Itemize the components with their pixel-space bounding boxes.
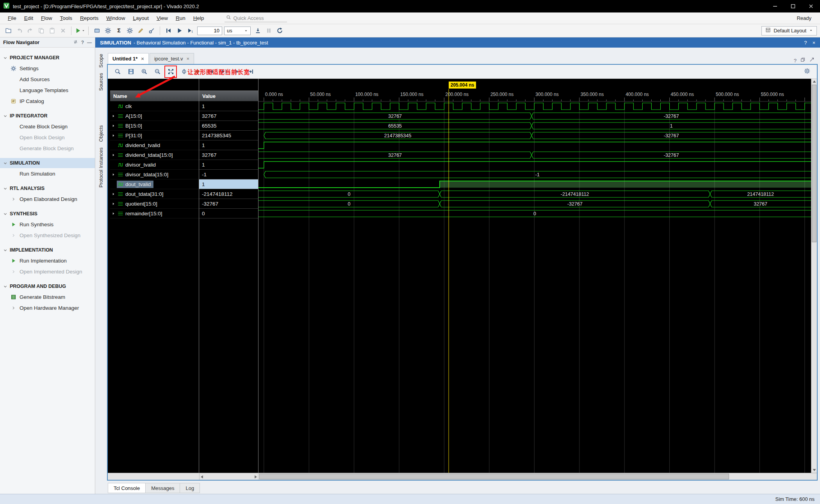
zoom-fit-button[interactable] <box>166 67 176 77</box>
paste-button[interactable] <box>47 26 57 36</box>
signal-value-dout-tdata-31-0[interactable]: -2147418112 <box>199 189 258 199</box>
scroll-right-icon[interactable] <box>254 473 257 480</box>
flow-item-generate-block-design[interactable]: Generate Block Design <box>0 143 95 154</box>
flow-item-create-block-design[interactable]: Create Block Design <box>0 121 95 132</box>
open-file-button[interactable] <box>3 26 13 36</box>
report-button[interactable]: Σ <box>114 26 124 36</box>
flow-item-run-simulation[interactable]: Run Simulation <box>0 168 95 179</box>
flow-item-open-elaborated-design[interactable]: Open Elaborated Design <box>0 193 95 204</box>
menu-window[interactable]: Window <box>102 15 129 21</box>
help-icon[interactable]: ? <box>81 40 84 45</box>
redo-button[interactable] <box>25 26 35 36</box>
signal-row-divisor-tdata-15-0[interactable]: divisor_tdata[15:0] <box>110 170 199 179</box>
probe-button[interactable] <box>146 26 157 36</box>
scroll-down-icon[interactable] <box>811 467 817 473</box>
horizontal-scrollbar-thumb[interactable] <box>259 474 729 479</box>
signal-value-divisor-tvalid[interactable]: 1 <box>199 160 258 170</box>
flow-item-generate-bitstream[interactable]: Generate Bitstream <box>0 291 95 302</box>
signal-value-clk[interactable]: 1 <box>199 101 258 111</box>
flow-item-add-sources[interactable]: Add Sources <box>0 74 95 85</box>
signal-row-a-15-0[interactable]: A[15:0] <box>110 111 199 121</box>
menu-flow[interactable]: Flow <box>37 15 56 21</box>
signal-value-dout-tvalid[interactable]: 1 <box>199 179 258 189</box>
restart-simulation-button[interactable] <box>163 26 173 36</box>
flow-item-ip-catalog[interactable]: IPIP Catalog <box>0 96 95 106</box>
signal-row-clk[interactable]: clk <box>110 101 199 111</box>
editor-tab-untitled-1[interactable]: Untitled 1*× <box>108 53 149 64</box>
simulation-time-input[interactable] <box>197 27 222 35</box>
break-button[interactable] <box>264 26 274 36</box>
signal-row-divisor-tvalid[interactable]: divisor_tvalid <box>110 160 199 170</box>
find-button[interactable] <box>112 67 123 77</box>
signal-row-p-31-0[interactable]: P[31:0] <box>110 131 199 140</box>
wave-plot-area[interactable]: 0.000 ns50.000 ns100.000 ns150.000 ns200… <box>258 79 811 473</box>
next-transition-button[interactable] <box>219 67 229 77</box>
menu-reports[interactable]: Reports <box>76 15 102 21</box>
signal-value-a-15-0[interactable]: 32767 <box>199 111 258 121</box>
flow-section-simulation[interactable]: SIMULATION <box>0 158 95 168</box>
menu-help[interactable]: Help <box>189 15 208 21</box>
signal-row-dout-tdata-31-0[interactable]: dout_tdata[31:0] <box>110 189 199 199</box>
flow-item-open-hardware-manager[interactable]: Open Hardware Manager <box>0 302 95 313</box>
signal-row-dout-tvalid[interactable]: dout_tvalid <box>110 179 199 189</box>
open-board-button[interactable] <box>92 26 102 36</box>
flow-section-program-and-debug[interactable]: PROGRAM AND DEBUG <box>0 281 95 291</box>
menu-layout[interactable]: Layout <box>129 15 153 21</box>
run-all-button[interactable] <box>174 26 184 36</box>
side-tab-scope[interactable]: Scope <box>98 54 104 67</box>
value-column-header[interactable]: Value <box>199 91 258 101</box>
layout-selector[interactable]: Default Layout <box>761 26 817 35</box>
value-column-scrollbar[interactable] <box>199 473 258 480</box>
menu-file[interactable]: File <box>4 15 20 21</box>
maximize-icon[interactable] <box>784 0 802 12</box>
signal-row-b-15-0[interactable]: B[15:0] <box>110 121 199 131</box>
zoom-to-cursor-button[interactable] <box>179 67 189 77</box>
collapse-icon[interactable]: — <box>87 40 92 45</box>
console-tab-log[interactable]: Log <box>180 483 200 493</box>
settings-button[interactable] <box>103 26 113 36</box>
signal-row-dividend-tdata-15-0[interactable]: dividend_tdata[15:0] <box>110 150 199 160</box>
side-tab-protocol-instances[interactable]: Protocol Instances <box>98 147 104 188</box>
undo-button[interactable] <box>14 26 24 36</box>
run-button[interactable] <box>75 26 85 36</box>
save-wave-config-button[interactable] <box>126 67 136 77</box>
flow-item-open-implemented-design[interactable]: Open Implemented Design <box>0 266 95 277</box>
signal-row-quotient-15-0[interactable]: quotient[15:0] <box>110 199 199 209</box>
editor-tab-ipcore-test-v[interactable]: ipcore_test.v× <box>150 53 194 64</box>
side-tab-sources[interactable]: Sources <box>98 73 104 91</box>
zoom-in-button[interactable] <box>139 67 149 77</box>
signal-value-dividend-tvalid[interactable]: 1 <box>199 140 258 150</box>
signal-value-dividend-tdata-15-0[interactable]: 32767 <box>199 150 258 160</box>
copy-button[interactable] <box>36 26 46 36</box>
debug-button[interactable] <box>125 26 135 36</box>
menu-view[interactable]: View <box>153 15 172 21</box>
maximize-panel-icon[interactable] <box>809 57 815 64</box>
flow-section-synthesis[interactable]: SYNTHESIS <box>0 209 95 219</box>
console-tab-messages[interactable]: Messages <box>145 483 180 493</box>
wave-vertical-scrollbar[interactable] <box>811 79 817 473</box>
scroll-left-icon[interactable] <box>200 473 203 480</box>
flow-item-open-block-design[interactable]: Open Block Design <box>0 132 95 143</box>
close-tab-icon[interactable]: × <box>187 56 190 62</box>
swap-icon[interactable] <box>73 39 78 46</box>
wave-settings-button[interactable] <box>802 67 812 77</box>
time-unit-select[interactable]: us <box>224 27 251 35</box>
side-tab-objects[interactable]: Objects <box>98 125 104 142</box>
vertical-scrollbar-thumb[interactable] <box>812 85 816 242</box>
tab-help-icon[interactable]: ? <box>794 58 797 64</box>
signal-value-b-15-0[interactable]: 65535 <box>199 121 258 131</box>
signal-value-divisor-tdata-15-0[interactable]: -1 <box>199 170 258 179</box>
context-close-icon[interactable]: × <box>812 40 815 46</box>
menu-run[interactable]: Run <box>172 15 189 21</box>
menu-edit[interactable]: Edit <box>20 15 37 21</box>
zoom-out-button[interactable] <box>152 67 162 77</box>
close-icon[interactable] <box>802 0 820 12</box>
delete-button[interactable] <box>58 26 68 36</box>
console-tab-tcl-console[interactable]: Tcl Console <box>108 483 146 493</box>
edit-marker-button[interactable] <box>135 26 146 36</box>
previous-transition-button[interactable] <box>205 67 216 77</box>
flow-item-run-synthesis[interactable]: Run Synthesis <box>0 219 95 230</box>
wave-horizontal-scrollbar[interactable] <box>108 473 817 480</box>
run-for-time-button[interactable]: t <box>185 26 195 36</box>
flow-item-open-synthesized-design[interactable]: Open Synthesized Design <box>0 230 95 241</box>
